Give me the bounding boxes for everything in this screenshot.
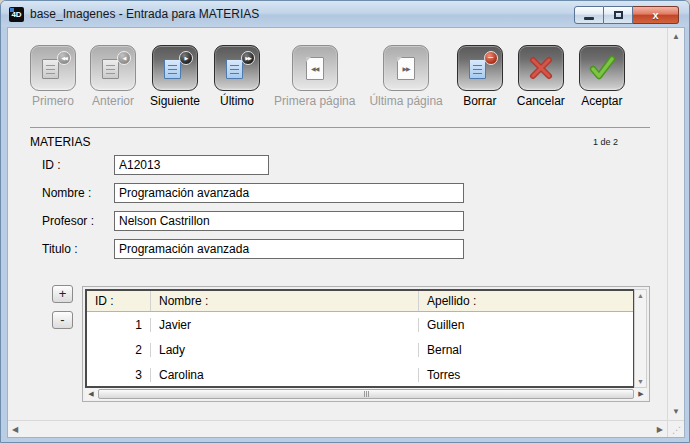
- last-record-label: Último: [220, 94, 254, 108]
- accept-icon: [587, 53, 617, 83]
- section-title: MATERIAS: [30, 135, 90, 149]
- close-icon: x: [652, 9, 658, 21]
- cell-id: 1: [87, 318, 151, 332]
- scroll-left-icon[interactable]: ◀: [85, 390, 97, 398]
- remove-row-button[interactable]: -: [52, 311, 73, 329]
- toolbar-item-borrar: − Borrar: [457, 45, 503, 108]
- close-button[interactable]: x: [633, 6, 679, 24]
- maximize-button[interactable]: [604, 6, 633, 24]
- window-vertical-scrollbar[interactable]: ▲ ▼: [667, 28, 684, 420]
- app-window: 4D base_Imagenes - Entrada para MATERIAS…: [0, 0, 690, 443]
- cell-apellido: Guillen: [419, 318, 633, 332]
- toolbar-item-ultimo: ▶▶ Último: [214, 45, 260, 108]
- toolbar-item-ultima-pagina: ▶▶ Última página: [369, 45, 442, 108]
- first-record-button[interactable]: ◀◀: [30, 45, 76, 91]
- next-record-button[interactable]: ▶: [152, 45, 198, 91]
- window-horizontal-scrollbar[interactable]: ◀ ▶: [8, 420, 667, 437]
- window-title: base_Imagenes - Entrada para MATERIAS: [30, 7, 259, 21]
- delete-record-button[interactable]: −: [457, 45, 503, 91]
- previous-record-button[interactable]: ◀: [90, 45, 136, 91]
- subform-table-container: ID : Nombre : Apellido : 1 Javier Guille…: [82, 286, 650, 402]
- scroll-up-icon[interactable]: ▲: [668, 32, 684, 41]
- scroll-right-icon[interactable]: ▶: [635, 390, 647, 398]
- table-row[interactable]: 2 Lady Bernal: [87, 337, 633, 362]
- nombre-input[interactable]: [114, 183, 464, 203]
- nombre-label: Nombre :: [42, 186, 114, 200]
- toolbar-item-siguiente: ▶ Siguiente: [150, 45, 200, 108]
- column-header-apellido[interactable]: Apellido :: [419, 291, 633, 311]
- toolbar-item-primera-pagina: ◀◀ Primera página: [274, 45, 355, 108]
- form-area: ◀◀ Primero ◀ Anterior: [8, 28, 667, 420]
- field-row-nombre: Nombre :: [42, 183, 464, 203]
- scroll-right-icon[interactable]: ▶: [657, 425, 663, 434]
- toolbar-item-primero: ◀◀ Primero: [30, 45, 76, 108]
- window-controls: x: [574, 6, 679, 24]
- scroll-left-icon[interactable]: ◀: [12, 425, 18, 434]
- first-page-label: Primera página: [274, 94, 355, 108]
- record-previous-icon: ◀: [97, 52, 129, 84]
- table-row[interactable]: 1 Javier Guillen: [87, 312, 633, 337]
- field-row-profesor: Profesor :: [42, 211, 464, 231]
- minimize-icon: [584, 17, 594, 20]
- titulo-label: Titulo :: [42, 242, 114, 256]
- app-icon: 4D: [9, 7, 24, 22]
- record-delete-icon: −: [464, 52, 496, 84]
- previous-record-label: Anterior: [92, 94, 134, 108]
- cell-apellido: Bernal: [419, 343, 633, 357]
- record-next-icon: ▶: [159, 52, 191, 84]
- toolbar-item-aceptar: Aceptar: [579, 45, 625, 108]
- toolbar-item-anterior: ◀ Anterior: [90, 45, 136, 108]
- last-record-button[interactable]: ▶▶: [214, 45, 260, 91]
- page-first-icon: ◀◀: [306, 57, 324, 80]
- cancel-button[interactable]: [518, 45, 564, 91]
- accept-button[interactable]: [579, 45, 625, 91]
- record-last-icon: ▶▶: [221, 52, 253, 84]
- cell-id: 3: [87, 368, 151, 382]
- resize-grip[interactable]: ⋰: [667, 420, 684, 437]
- subform-table: ID : Nombre : Apellido : 1 Javier Guille…: [85, 289, 634, 388]
- delete-record-label: Borrar: [463, 94, 496, 108]
- first-record-label: Primero: [32, 94, 74, 108]
- record-counter: 1 de 2: [593, 137, 618, 147]
- scroll-down-icon[interactable]: ▼: [668, 407, 684, 416]
- scroll-up-icon[interactable]: ▲: [635, 292, 646, 299]
- profesor-input[interactable]: [114, 211, 464, 231]
- scrollbar-thumb[interactable]: [98, 389, 634, 399]
- column-header-id[interactable]: ID :: [87, 291, 151, 311]
- id-label: ID :: [42, 158, 114, 172]
- table-header: ID : Nombre : Apellido :: [87, 291, 633, 312]
- field-row-titulo: Titulo :: [42, 239, 464, 259]
- add-row-button[interactable]: +: [52, 285, 73, 303]
- last-page-label: Última página: [369, 94, 442, 108]
- next-record-label: Siguiente: [150, 94, 200, 108]
- toolbar: ◀◀ Primero ◀ Anterior: [30, 45, 625, 108]
- table-horizontal-scrollbar[interactable]: ◀ ▶: [85, 388, 647, 400]
- toolbar-item-cancelar: Cancelar: [517, 45, 565, 108]
- profesor-label: Profesor :: [42, 214, 114, 228]
- resize-grip-icon: ⋰: [672, 425, 681, 435]
- titulo-input[interactable]: [114, 239, 464, 259]
- first-page-button[interactable]: ◀◀: [292, 45, 338, 91]
- cancel-label: Cancelar: [517, 94, 565, 108]
- minimize-button[interactable]: [574, 6, 604, 24]
- last-page-button[interactable]: ▶▶: [383, 45, 429, 91]
- cell-nombre: Lady: [151, 343, 419, 357]
- cell-nombre: Javier: [151, 318, 419, 332]
- record-first-icon: ◀◀: [37, 52, 69, 84]
- scroll-down-icon[interactable]: ▼: [635, 378, 646, 385]
- page-last-icon: ▶▶: [397, 57, 415, 80]
- window-content: ◀◀ Primero ◀ Anterior: [7, 27, 685, 438]
- id-input[interactable]: [114, 155, 269, 175]
- column-header-nombre[interactable]: Nombre :: [151, 291, 419, 311]
- cell-id: 2: [87, 343, 151, 357]
- cancel-icon: [526, 53, 556, 83]
- cell-nombre: Carolina: [151, 368, 419, 382]
- cell-apellido: Torres: [419, 368, 633, 382]
- table-row[interactable]: 3 Carolina Torres: [87, 362, 633, 387]
- maximize-icon: [614, 11, 623, 19]
- field-row-id: ID :: [42, 155, 269, 175]
- toolbar-separator: [30, 127, 650, 128]
- table-vertical-scrollbar[interactable]: ▲ ▼: [634, 289, 647, 388]
- accept-label: Aceptar: [581, 94, 622, 108]
